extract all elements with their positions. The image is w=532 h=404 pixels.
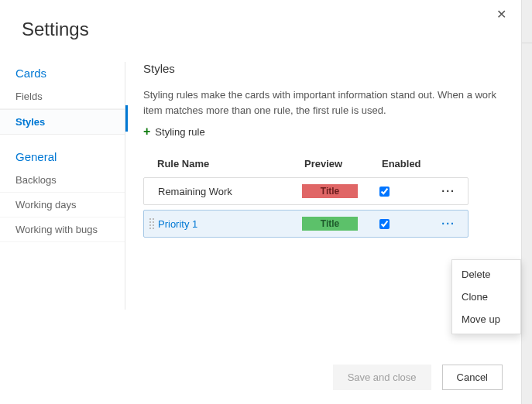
section-title: Styles — [143, 62, 521, 75]
table-row[interactable]: Priority 1 Title ··· — [143, 210, 469, 238]
enabled-checkbox[interactable] — [379, 187, 390, 197]
dialog-title: Settings — [0, 0, 521, 62]
sidebar-item-working-with-bugs[interactable]: Working with bugs — [0, 217, 125, 242]
main-panel: Styles Styling rules make the cards with… — [125, 62, 521, 242]
drag-handle-icon[interactable] — [147, 215, 156, 232]
more-actions-icon[interactable]: ··· — [441, 217, 455, 230]
close-icon: ✕ — [496, 7, 506, 22]
sidebar-item-backlogs[interactable]: Backlogs — [0, 168, 125, 193]
add-styling-rule-button[interactable]: + Styling rule — [143, 125, 205, 138]
plus-icon: + — [143, 125, 150, 138]
col-header-preview: Preview — [304, 158, 382, 169]
active-tab-marker — [125, 105, 128, 132]
section-description: Styling rules make the cards with import… — [143, 87, 499, 118]
settings-dialog: ✕ Settings Cards Fields Styles General B… — [0, 0, 521, 404]
enabled-checkbox[interactable] — [379, 219, 390, 229]
sidebar-item-fields[interactable]: Fields — [0, 84, 125, 109]
cancel-button[interactable]: Cancel — [442, 365, 503, 390]
background-strip — [521, 0, 532, 404]
preview-chip: Title — [302, 217, 358, 231]
context-menu: Delete Clone Move up — [451, 259, 521, 334]
menu-item-delete[interactable]: Delete — [452, 263, 520, 286]
dialog-footer: Save and close Cancel — [333, 365, 503, 390]
sidebar: Cards Fields Styles General Backlogs Wor… — [0, 62, 125, 310]
col-header-name: Rule Name — [157, 158, 304, 169]
preview-chip: Title — [302, 184, 358, 198]
close-button[interactable]: ✕ — [493, 6, 509, 22]
col-header-enabled: Enabled — [382, 158, 436, 169]
menu-item-move-up[interactable]: Move up — [452, 308, 520, 330]
add-rule-label: Styling rule — [155, 126, 204, 138]
sidebar-item-working-days[interactable]: Working days — [0, 193, 125, 217]
rules-table: Rule Name Preview Enabled Remaining Work… — [143, 153, 469, 238]
table-row[interactable]: Remaining Work Title ··· — [143, 177, 469, 205]
sidebar-group-cards: Cards — [0, 62, 125, 84]
sidebar-group-general: General — [0, 146, 125, 168]
rule-name: Priority 1 — [158, 218, 302, 230]
table-header: Rule Name Preview Enabled — [143, 153, 469, 177]
save-button[interactable]: Save and close — [333, 365, 431, 390]
more-actions-icon[interactable]: ··· — [441, 185, 455, 197]
rule-name: Remaining Work — [158, 186, 302, 197]
menu-item-clone[interactable]: Clone — [452, 286, 520, 308]
sidebar-item-styles[interactable]: Styles — [0, 109, 125, 135]
